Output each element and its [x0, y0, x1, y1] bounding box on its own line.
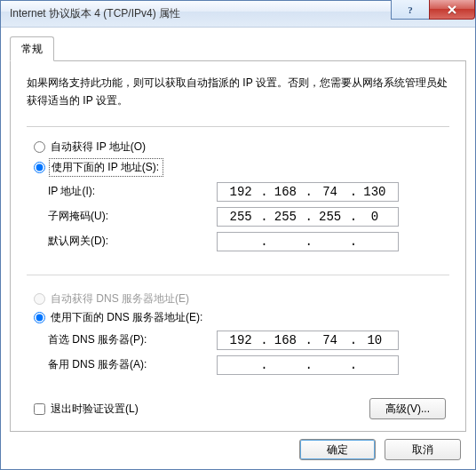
cancel-button[interactable]: 取消 — [385, 439, 461, 460]
dns-alternate-input[interactable]: . . . — [217, 355, 399, 375]
bottom-row: 退出时验证设置(L) 高级(V)... — [27, 398, 449, 420]
titlebar: Internet 协议版本 4 (TCP/IPv4) 属性 ? — [1, 1, 475, 28]
tabstrip: 常规 — [10, 36, 466, 60]
radio-dns-manual[interactable] — [34, 312, 45, 323]
window-title: Internet 协议版本 4 (TCP/IPv4) 属性 — [10, 6, 180, 21]
description-text: 如果网络支持此功能，则可以获取自动指派的 IP 设置。否则，您需要从网络系统管理… — [27, 74, 449, 110]
svg-text:?: ? — [408, 4, 413, 15]
dns-preferred-input[interactable]: 192. 168. 74. 10 — [217, 331, 399, 350]
gateway-row: 默认网关(D): . . . — [48, 232, 446, 251]
ip-oct[interactable]: 192 — [221, 333, 260, 347]
ip-oct[interactable]: 10 — [355, 333, 394, 347]
ip-oct[interactable]: 130 — [355, 185, 394, 199]
ip-manual-row[interactable]: 使用下面的 IP 地址(S): — [30, 158, 446, 177]
radio-dns-auto — [34, 293, 45, 305]
validate-on-exit-checkbox[interactable] — [34, 403, 45, 415]
gateway-label: 默认网关(D): — [48, 234, 217, 249]
ip-group: 自动获得 IP 地址(O) 使用下面的 IP 地址(S): IP 地址(I): … — [27, 126, 449, 269]
ok-button[interactable]: 确定 — [299, 439, 376, 460]
dns-auto-row: 自动获得 DNS 服务器地址(E) — [30, 291, 446, 307]
radio-ip-auto-label: 自动获得 IP 地址(O) — [51, 139, 146, 155]
ip-oct[interactable]: 74 — [311, 333, 350, 347]
window-buttons: ? — [392, 0, 475, 20]
ip-oct[interactable]: 168 — [266, 333, 305, 347]
validate-on-exit-row[interactable]: 退出时验证设置(L) — [30, 402, 139, 417]
validate-on-exit-label: 退出时验证设置(L) — [51, 402, 139, 417]
ip-oct[interactable]: 255 — [311, 210, 350, 224]
close-icon — [447, 4, 457, 15]
dns-preferred-row: 首选 DNS 服务器(P): 192. 168. 74. 10 — [48, 331, 446, 350]
help-icon: ? — [405, 4, 416, 15]
subnet-mask-row: 子网掩码(U): 255. 255. 255. 0 — [48, 207, 446, 227]
dns-preferred-label: 首选 DNS 服务器(P): — [48, 332, 217, 347]
ip-oct[interactable]: 255 — [266, 210, 305, 224]
ip-oct[interactable]: 0 — [355, 210, 394, 224]
radio-dns-auto-label: 自动获得 DNS 服务器地址(E) — [51, 291, 189, 307]
tab-general[interactable]: 常规 — [10, 36, 54, 61]
dns-group: 自动获得 DNS 服务器地址(E) 使用下面的 DNS 服务器地址(E): 首选… — [27, 275, 449, 393]
ip-address-label: IP 地址(I): — [48, 184, 217, 199]
radio-ip-auto[interactable] — [34, 141, 45, 153]
dns-fields: 首选 DNS 服务器(P): 192. 168. 74. 10 备用 DNS 服… — [48, 331, 446, 375]
client-area: 常规 如果网络支持此功能，则可以获取自动指派的 IP 设置。否则，您需要从网络系… — [1, 28, 475, 469]
close-button[interactable] — [429, 0, 475, 20]
advanced-button[interactable]: 高级(V)... — [369, 398, 446, 419]
radio-ip-manual-label: 使用下面的 IP 地址(S): — [49, 158, 163, 177]
radio-ip-manual[interactable] — [34, 162, 45, 173]
ip-oct[interactable]: 192 — [221, 185, 260, 199]
subnet-mask-label: 子网掩码(U): — [48, 209, 217, 224]
dns-alternate-row: 备用 DNS 服务器(A): . . . — [48, 355, 446, 375]
radio-dns-manual-label: 使用下面的 DNS 服务器地址(E): — [51, 310, 202, 325]
dns-alternate-label: 备用 DNS 服务器(A): — [48, 357, 217, 372]
dialog-window: Internet 协议版本 4 (TCP/IPv4) 属性 ? 常规 如果网络支… — [0, 0, 476, 470]
ip-oct[interactable]: 74 — [311, 185, 350, 199]
gateway-input[interactable]: . . . — [217, 232, 399, 251]
dns-manual-row[interactable]: 使用下面的 DNS 服务器地址(E): — [30, 310, 446, 325]
ip-auto-row[interactable]: 自动获得 IP 地址(O) — [30, 139, 446, 155]
ip-address-row: IP 地址(I): 192. 168. 74. 130 — [48, 182, 446, 202]
ip-address-input[interactable]: 192. 168. 74. 130 — [217, 182, 399, 202]
ip-oct[interactable]: 168 — [266, 185, 305, 199]
dialog-buttons: 确定 取消 — [10, 432, 466, 462]
tab-panel-general: 如果网络支持此功能，则可以获取自动指派的 IP 设置。否则，您需要从网络系统管理… — [10, 60, 466, 432]
ip-fields: IP 地址(I): 192. 168. 74. 130 子网掩码(U): 255… — [48, 182, 446, 251]
ip-oct[interactable]: 255 — [221, 210, 260, 224]
help-button[interactable]: ? — [391, 0, 430, 20]
subnet-mask-input[interactable]: 255. 255. 255. 0 — [217, 207, 399, 227]
